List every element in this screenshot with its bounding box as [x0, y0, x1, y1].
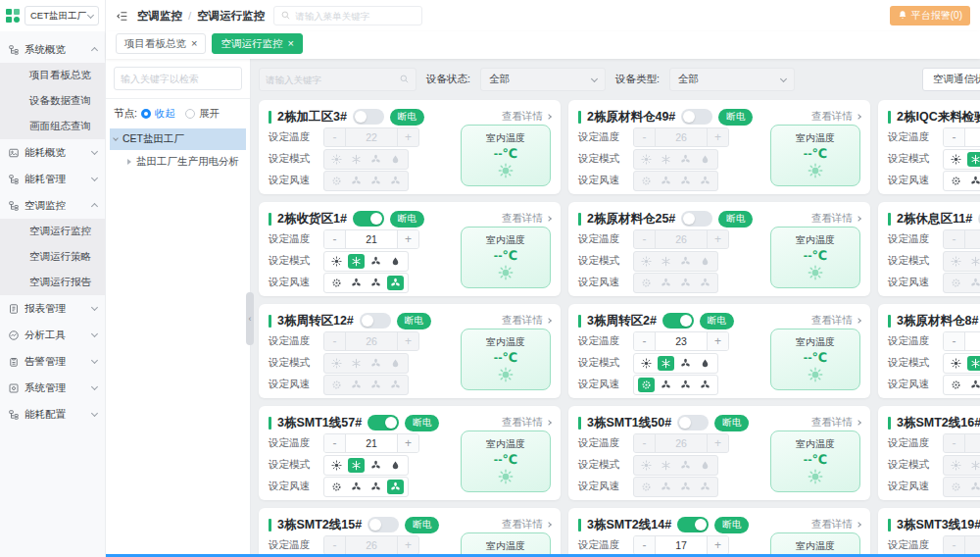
heat-mode-icon[interactable]	[638, 152, 655, 167]
heat-mode-icon[interactable]	[638, 458, 655, 473]
temp-plus-button[interactable]: +	[707, 230, 728, 248]
keyword-search-input[interactable]	[266, 75, 395, 85]
low-speed-icon[interactable]	[658, 480, 674, 494]
temp-plus-button[interactable]: +	[707, 332, 728, 350]
heat-mode-icon[interactable]	[948, 254, 964, 269]
sidebar-item-8[interactable]: 能耗配置	[0, 401, 105, 428]
temp-plus-button[interactable]: +	[397, 332, 418, 350]
fan-mode-icon[interactable]	[677, 254, 694, 269]
sidebar-subitem[interactable]: 设备数据查询	[0, 88, 105, 114]
sidebar-item-2[interactable]: 能耗管理	[0, 166, 105, 192]
high-speed-icon[interactable]	[697, 174, 713, 188]
temp-plus-button[interactable]: +	[397, 230, 418, 248]
low-speed-icon[interactable]	[967, 276, 980, 290]
dry-mode-icon[interactable]	[697, 356, 713, 371]
auto-speed-icon[interactable]	[638, 480, 655, 494]
temp-minus-button[interactable]: -	[324, 230, 346, 248]
cool-mode-icon[interactable]	[967, 458, 980, 473]
low-speed-icon[interactable]	[967, 174, 980, 188]
fan-mode-icon[interactable]	[368, 152, 384, 167]
low-speed-icon[interactable]	[967, 480, 980, 494]
dry-mode-icon[interactable]	[387, 254, 404, 269]
low-speed-icon[interactable]	[658, 378, 674, 392]
tab-project-overview[interactable]: 项目看板总览 ×	[116, 33, 206, 54]
auto-speed-icon[interactable]	[638, 378, 655, 392]
power-toggle[interactable]	[662, 313, 694, 329]
mid-speed-icon[interactable]	[368, 174, 384, 188]
temp-minus-button[interactable]: -	[944, 536, 965, 554]
heat-mode-icon[interactable]	[638, 254, 655, 269]
power-toggle[interactable]	[353, 109, 384, 125]
temp-minus-button[interactable]: -	[944, 230, 965, 248]
temp-minus-button[interactable]: -	[324, 332, 346, 350]
temp-minus-button[interactable]: -	[944, 434, 965, 452]
dry-mode-icon[interactable]	[697, 152, 713, 167]
sidebar-subitem[interactable]: 空调运行报告	[0, 270, 105, 295]
high-speed-icon[interactable]	[387, 174, 404, 188]
temp-minus-button[interactable]: -	[634, 230, 656, 248]
sidebar-item-5[interactable]: 分析工具	[0, 322, 105, 348]
mid-speed-icon[interactable]	[368, 480, 384, 494]
detail-link[interactable]: 查看详情	[811, 110, 860, 124]
temp-minus-button[interactable]: -	[634, 434, 656, 452]
sidebar-subitem[interactable]: 项目看板总览	[0, 63, 105, 88]
temp-plus-button[interactable]: +	[707, 536, 728, 554]
sidebar-item-7[interactable]: 系统管理	[0, 375, 105, 401]
mid-speed-icon[interactable]	[368, 276, 384, 290]
dry-mode-icon[interactable]	[387, 152, 404, 167]
sidebar-item-1[interactable]: 能耗概览	[0, 139, 105, 166]
menu-collapse-icon[interactable]	[116, 10, 128, 23]
cool-mode-icon[interactable]	[348, 254, 365, 269]
sidebar-item-3[interactable]: 空调监控	[0, 192, 105, 219]
temp-plus-button[interactable]: +	[397, 536, 418, 554]
fan-mode-icon[interactable]	[677, 356, 694, 371]
detail-link[interactable]: 查看详情	[811, 314, 860, 328]
high-speed-icon[interactable]	[697, 480, 713, 494]
power-toggle[interactable]	[353, 211, 384, 227]
temp-minus-button[interactable]: -	[324, 536, 346, 554]
detail-link[interactable]: 查看详情	[502, 212, 551, 226]
temp-plus-button[interactable]: +	[707, 434, 728, 452]
temp-minus-button[interactable]: -	[944, 128, 965, 146]
tree-search-input[interactable]	[121, 74, 235, 84]
detail-link[interactable]: 查看详情	[502, 518, 551, 532]
mid-speed-icon[interactable]	[677, 174, 694, 188]
tab-ac-monitor[interactable]: 空调运行监控 ×	[212, 33, 302, 54]
auto-speed-icon[interactable]	[328, 378, 345, 392]
tree-node-root[interactable]: CET盐田工厂	[110, 128, 246, 150]
detail-link[interactable]: 查看详情	[811, 212, 860, 226]
sidebar-subitem[interactable]: 空调运行策略	[0, 244, 105, 270]
heat-mode-icon[interactable]	[948, 152, 964, 167]
power-toggle[interactable]	[677, 415, 709, 430]
ac-comm-status-button[interactable]: 空调通信状态	[922, 68, 980, 91]
auto-speed-icon[interactable]	[948, 276, 964, 290]
fan-mode-icon[interactable]	[368, 254, 384, 269]
platform-alarm-button[interactable]: 平台报警(0)	[890, 6, 970, 25]
auto-speed-icon[interactable]	[638, 174, 655, 188]
device-type-select[interactable]: 全部	[669, 68, 795, 91]
heat-mode-icon[interactable]	[328, 458, 345, 473]
high-speed-icon[interactable]	[697, 378, 713, 392]
dry-mode-icon[interactable]	[387, 458, 404, 473]
auto-speed-icon[interactable]	[328, 174, 345, 188]
cool-mode-icon[interactable]	[348, 356, 365, 371]
fan-mode-icon[interactable]	[368, 458, 384, 473]
auto-speed-icon[interactable]	[328, 480, 345, 494]
breadcrumb-parent[interactable]: 空调监控	[137, 9, 182, 24]
mid-speed-icon[interactable]	[677, 276, 694, 290]
power-toggle[interactable]	[681, 211, 712, 227]
sidebar-item-4[interactable]: 报表管理	[0, 295, 105, 322]
high-speed-icon[interactable]	[387, 276, 404, 290]
temp-minus-button[interactable]: -	[944, 332, 965, 350]
power-toggle[interactable]	[681, 109, 712, 125]
low-speed-icon[interactable]	[348, 480, 365, 494]
org-select[interactable]: CET盐田工厂	[24, 6, 99, 25]
temp-minus-button[interactable]: -	[634, 128, 656, 146]
cool-mode-icon[interactable]	[967, 152, 980, 167]
close-icon[interactable]: ×	[287, 38, 293, 49]
low-speed-icon[interactable]	[348, 174, 365, 188]
temp-minus-button[interactable]: -	[634, 536, 656, 554]
low-speed-icon[interactable]	[658, 174, 674, 188]
detail-link[interactable]: 查看详情	[811, 416, 860, 430]
auto-speed-icon[interactable]	[328, 276, 345, 290]
